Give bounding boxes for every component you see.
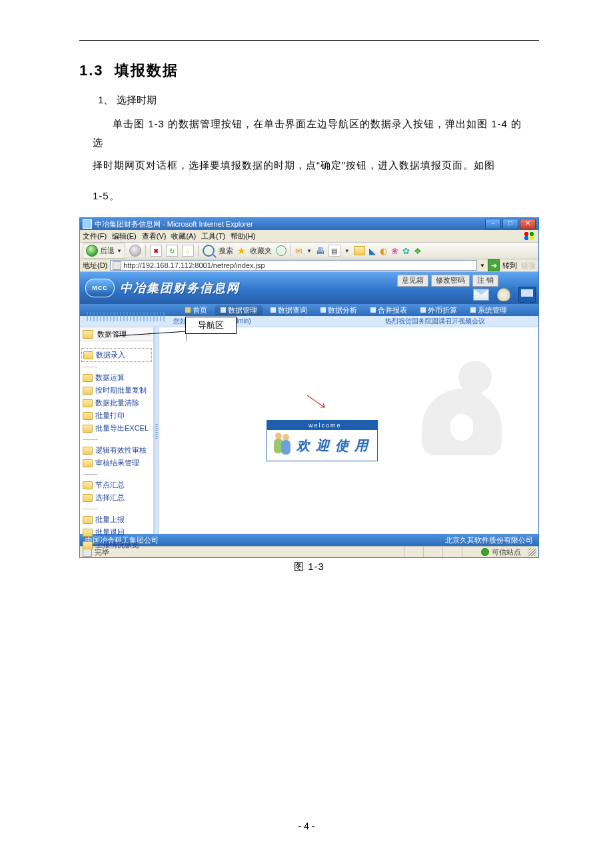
folder-icon: [83, 351, 93, 359]
watermark-figure: [405, 361, 518, 474]
tool-icon[interactable]: ◣: [369, 246, 376, 256]
body-paragraph-2: 择时期网页对话框，选择要填报数据的时期，点“确定”按钮，进入数据填报页面。如图: [93, 156, 526, 175]
folder-icon: [83, 387, 93, 395]
folder-icon: [83, 541, 93, 549]
edit-icon[interactable]: ▤: [328, 245, 340, 257]
callout-nav-area: 导航区: [185, 317, 237, 334]
home-icon: [185, 307, 191, 313]
sidebar-item-label: 批量导出EXCEL: [95, 423, 149, 433]
address-input[interactable]: http://192.168.17.112:8001/netrep/index.…: [110, 260, 477, 271]
page-top-rule: [79, 40, 539, 41]
sidebar-item[interactable]: 逻辑有效性审核: [81, 444, 152, 457]
tool-icon[interactable]: ✿: [402, 246, 410, 256]
sidebar-separator: -----------: [81, 504, 152, 513]
forward-button[interactable]: [129, 245, 141, 257]
back-icon: [86, 245, 98, 257]
nav-fx-convert[interactable]: 外币折算: [415, 305, 462, 315]
nav-data-query[interactable]: 数据查询: [265, 305, 312, 315]
refresh-button[interactable]: ↻: [166, 245, 178, 257]
body-paragraph-1: 单击图 1-3 的数据管理按钮，在单击界面左边导航区的数据录入按钮，弹出如图 1…: [93, 115, 526, 152]
tool-icon[interactable]: ◐: [380, 246, 387, 256]
sidebar-item[interactable]: 上报情况纵览: [81, 539, 152, 551]
close-button[interactable]: ✕: [520, 219, 536, 229]
ie-titlebar: 中冶集团财务信息网 - Microsoft Internet Explorer …: [80, 218, 538, 230]
go-button[interactable]: ➜: [488, 259, 500, 271]
menu-tools[interactable]: 工具(T): [201, 231, 225, 241]
sidebar-item-label: 数据批量清除: [95, 398, 139, 408]
menu-view[interactable]: 查看(V): [142, 231, 167, 241]
address-label: 地址(D): [83, 261, 107, 271]
minimize-button[interactable]: －: [485, 219, 501, 229]
mcc-logo: MCC: [85, 279, 115, 297]
menu-help[interactable]: 帮助(H): [231, 231, 255, 241]
menu-fav[interactable]: 收藏(A): [171, 231, 196, 241]
go-label: 转到: [502, 261, 517, 271]
tool-icon[interactable]: ❖: [414, 246, 422, 256]
nav-icon: [370, 307, 376, 313]
favorites-icon: ★: [237, 245, 246, 256]
sidebar: 数据管理 :::: 数据录入 ----------- 数据运算 按时期批量复制 …: [80, 327, 154, 534]
trusted-icon: [481, 548, 489, 556]
nav-home[interactable]: 首页: [180, 305, 213, 315]
sidebar-item[interactable]: 按时期批量复制: [81, 384, 152, 397]
ie-app-icon: [83, 219, 92, 229]
suggestion-box-button[interactable]: 意见箱: [397, 275, 428, 287]
stop-button[interactable]: ✖: [150, 245, 162, 257]
favorites-button[interactable]: 收藏夹: [250, 246, 272, 256]
nav-label: 外币折算: [428, 305, 457, 315]
print-icon[interactable]: 🖶: [316, 246, 324, 256]
sidebar-item[interactable]: 数据运算: [81, 371, 152, 384]
tool-icon[interactable]: ❀: [391, 246, 398, 256]
sidebar-separator: -----------: [81, 362, 152, 371]
app-main: 数据管理 :::: 数据录入 ----------- 数据运算 按时期批量复制 …: [80, 327, 538, 534]
sidebar-item[interactable]: 审核结果管理: [81, 457, 152, 469]
sidebar-item[interactable]: 数据批量清除: [81, 397, 152, 409]
sidebar-item[interactable]: 批量导出EXCEL: [81, 422, 152, 435]
trusted-label: 可信站点: [492, 547, 521, 557]
sidebar-item[interactable]: 批量上报: [81, 513, 152, 526]
sidebar-item-label: 按时期批量复制: [95, 385, 147, 395]
sidebar-splitter[interactable]: [154, 327, 159, 534]
back-button[interactable]: 后退 ▼: [83, 243, 125, 259]
monitor-icon[interactable]: [518, 287, 536, 303]
nav-data-analyze[interactable]: 数据分析: [315, 305, 362, 315]
nav-sys-manage[interactable]: 系统管理: [465, 305, 512, 315]
nav-icon: [470, 307, 476, 313]
nav-icon: [221, 307, 226, 313]
chevron-down-icon[interactable]: ▼: [480, 263, 485, 269]
mail-icon[interactable]: ✉: [295, 246, 303, 256]
menu-edit[interactable]: 编辑(E): [112, 231, 137, 241]
folder-icon: [83, 459, 93, 467]
sidebar-item[interactable]: 批量退回: [81, 526, 152, 539]
toolbar-separator: [198, 245, 199, 257]
sidebar-item-data-input[interactable]: 数据录入: [81, 348, 152, 362]
links-label[interactable]: 链接: [520, 261, 536, 271]
app-header: MCC 中冶集团财务信息网 意见箱 修改密码 注 销: [80, 272, 538, 304]
search-button[interactable]: 搜索: [219, 246, 233, 256]
decor-dots: [87, 312, 167, 321]
sidebar-item[interactable]: 节点汇总: [81, 479, 152, 491]
nav-icon: [420, 307, 426, 313]
sidebar-item[interactable]: 选择汇总: [81, 491, 152, 504]
sidebar-item[interactable]: 批量打印: [81, 409, 152, 422]
people-icon: [273, 433, 293, 458]
menu-file[interactable]: 文件(F): [83, 231, 107, 241]
nav-merge-report[interactable]: 合并报表: [365, 305, 412, 315]
grip-icon: [155, 423, 158, 439]
bell-icon[interactable]: [497, 288, 510, 301]
maximize-button[interactable]: □: [502, 219, 518, 229]
home-button[interactable]: ⌂: [182, 245, 194, 257]
sidebar-item-label: 上报情况纵览: [95, 540, 139, 550]
logout-button[interactable]: 注 销: [472, 275, 498, 287]
change-password-button[interactable]: 修改密码: [431, 275, 470, 287]
history-button[interactable]: [276, 245, 287, 256]
welcome-card: welcome 欢 迎 使 用: [267, 420, 378, 461]
body-paragraph-3: 1-5。: [93, 187, 526, 205]
chevron-down-icon: ▼: [117, 248, 122, 254]
folder-icon[interactable]: [354, 246, 365, 255]
page-number: - 4 -: [0, 821, 613, 831]
sidebar-item-label: 审核结果管理: [95, 458, 139, 468]
section-title: 1.3 填报数据: [79, 61, 539, 81]
nav-data-manage[interactable]: 数据管理: [215, 305, 263, 315]
envelope-icon[interactable]: [473, 289, 489, 301]
